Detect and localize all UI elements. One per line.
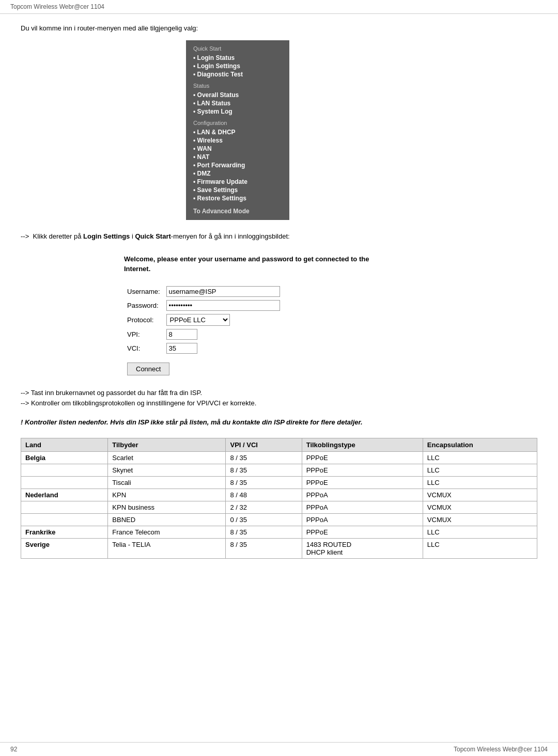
connect-button[interactable]: Connect — [127, 363, 169, 375]
vci-row: VCI: — [124, 341, 283, 355]
vpi-label: VPI: — [124, 327, 163, 341]
page-header: Topcom Wireless Webr@cer 1104 — [0, 0, 558, 14]
table-row: BBNED 0 / 35 PPPoA VCMUX — [21, 513, 537, 526]
cell-land — [21, 513, 108, 526]
cell-tilkoblingstype: PPPoE — [302, 526, 423, 538]
menu-item-nat[interactable]: NAT — [193, 153, 282, 161]
cell-land: Sverige — [21, 538, 108, 558]
cell-encapsulation: LLC — [423, 526, 537, 538]
footer-title: Topcom Wireless Webr@cer 1104 — [454, 746, 548, 753]
protocol-select[interactable]: PPPoE LLC PPPoA VC-MUX PPPoA LLC 1483 Br… — [166, 314, 230, 326]
cell-tilbyder: KPN — [108, 489, 226, 501]
cell-vpi-vci: 8 / 35 — [226, 526, 302, 538]
vci-label: VCI: — [124, 341, 163, 355]
cell-tilkoblingstype: 1483 ROUTEDDHCP klient — [302, 538, 423, 558]
bullet-item-1: Tast inn brukernavnet og passordet du ha… — [21, 388, 537, 399]
menu-item-overall-status[interactable]: Overall Status — [193, 91, 282, 99]
table-row: Frankrike France Telecom 8 / 35 PPPoE LL… — [21, 526, 537, 538]
isp-table-header-row: Land Tilbyder VPI / VCI Tilkoblingstype … — [21, 438, 537, 451]
cell-land: Belgia — [21, 451, 108, 464]
cell-tilbyder: BBNED — [108, 513, 226, 526]
cell-vpi-vci: 8 / 35 — [226, 451, 302, 464]
menu-item-diagnostic-test[interactable]: Diagnostic Test — [193, 70, 282, 78]
vci-input[interactable] — [166, 343, 197, 354]
page-footer: 92 Topcom Wireless Webr@cer 1104 — [0, 742, 558, 756]
menu-item-system-log[interactable]: System Log — [193, 107, 282, 116]
warning-text: ! Kontroller listen nedenfor. Hvis din I… — [21, 417, 537, 428]
cell-land — [21, 501, 108, 513]
cell-tilbyder: Scarlet — [108, 451, 226, 464]
menu-configuration-list: LAN & DHCP Wireless WAN NAT Port Forward… — [193, 128, 282, 202]
cell-encapsulation: VCMUX — [423, 513, 537, 526]
menu-quickstart-list: Login Status Login Settings Diagnostic T… — [193, 54, 282, 78]
cell-vpi-vci: 0 / 35 — [226, 513, 302, 526]
cell-encapsulation: LLC — [423, 476, 537, 489]
menu-item-lan-status[interactable]: LAN Status — [193, 99, 282, 107]
password-input[interactable] — [166, 300, 280, 311]
menu-item-save-settings[interactable]: Save Settings — [193, 186, 282, 194]
col-land: Land — [21, 438, 108, 451]
cell-land — [21, 464, 108, 476]
cell-land: Nederland — [21, 489, 108, 501]
menu-item-port-forwarding[interactable]: Port Forwarding — [193, 161, 282, 169]
cell-tilkoblingstype: PPPoE — [302, 476, 423, 489]
cell-vpi-vci: 8 / 35 — [226, 538, 302, 558]
cell-tilkoblingstype: PPPoA — [302, 501, 423, 513]
cell-tilkoblingstype: PPPoA — [302, 513, 423, 526]
cell-tilbyder: KPN business — [108, 501, 226, 513]
menu-item-wireless[interactable]: Wireless — [193, 136, 282, 145]
footer-page-number: 92 — [10, 746, 17, 753]
bold-quick-start: Quick Start — [135, 232, 171, 240]
cell-vpi-vci: 8 / 48 — [226, 489, 302, 501]
isp-table-body: Belgia Scarlet 8 / 35 PPPoE LLC Skynet 8… — [21, 451, 537, 558]
welcome-box: Welcome, please enter your username and … — [124, 254, 372, 375]
vpi-input[interactable] — [166, 329, 197, 340]
table-row: Tiscali 8 / 35 PPPoE LLC — [21, 476, 537, 489]
col-tilbyder: Tilbyder — [108, 438, 226, 451]
cell-tilbyder: Skynet — [108, 464, 226, 476]
cell-tilkoblingstype: PPPoE — [302, 451, 423, 464]
menu-section-quickstart: Quick Start — [193, 45, 282, 52]
cell-encapsulation: LLC — [423, 538, 537, 558]
cell-tilbyder: Tiscali — [108, 476, 226, 489]
table-row: Belgia Scarlet 8 / 35 PPPoE LLC — [21, 451, 537, 464]
menu-item-login-settings[interactable]: Login Settings — [193, 62, 282, 70]
password-row: Password: — [124, 298, 283, 312]
connect-button-container: Connect — [127, 363, 372, 375]
bullet-list: Tast inn brukernavnet og passordet du ha… — [21, 388, 537, 410]
login-form: Username: Password: Protocol: PPPoE LLC … — [124, 285, 283, 355]
page-content: Du vil komme inn i router-menyen med all… — [0, 14, 558, 579]
protocol-row: Protocol: PPPoE LLC PPPoA VC-MUX PPPoA L… — [124, 312, 283, 327]
menu-status-list: Overall Status LAN Status System Log — [193, 91, 282, 116]
cell-tilkoblingstype: PPPoA — [302, 489, 423, 501]
cell-vpi-vci: 2 / 32 — [226, 501, 302, 513]
protocol-label: Protocol: — [124, 312, 163, 327]
cell-tilbyder: Telia - TELIA — [108, 538, 226, 558]
menu-item-wan[interactable]: WAN — [193, 145, 282, 153]
username-label: Username: — [124, 285, 163, 298]
menu-section-configuration: Configuration — [193, 120, 282, 126]
cell-tilbyder: France Telecom — [108, 526, 226, 538]
menu-item-firmware-update[interactable]: Firmware Update — [193, 178, 282, 186]
cell-vpi-vci: 8 / 35 — [226, 464, 302, 476]
table-row: KPN business 2 / 32 PPPoA VCMUX — [21, 501, 537, 513]
menu-advanced-mode[interactable]: To Advanced Mode — [193, 208, 282, 215]
table-row: Nederland KPN 8 / 48 PPPoA VCMUX — [21, 489, 537, 501]
table-row: Sverige Telia - TELIA 8 / 35 1483 ROUTED… — [21, 538, 537, 558]
password-label: Password: — [124, 298, 163, 312]
welcome-title: Welcome, please enter your username and … — [124, 254, 372, 274]
menu-item-dmz[interactable]: DMZ — [193, 169, 282, 178]
isp-table: Land Tilbyder VPI / VCI Tilkoblingstype … — [21, 438, 537, 559]
vpi-row: VPI: — [124, 327, 283, 341]
menu-item-lan-dhcp[interactable]: LAN & DHCP — [193, 128, 282, 136]
username-input[interactable] — [166, 286, 280, 297]
menu-item-restore-settings[interactable]: Restore Settings — [193, 194, 282, 202]
menu-section-status: Status — [193, 83, 282, 89]
menu-item-login-status[interactable]: Login Status — [193, 54, 282, 62]
intro-text: Du vil komme inn i router-menyen med all… — [21, 24, 537, 32]
cell-encapsulation: VCMUX — [423, 501, 537, 513]
username-row: Username: — [124, 285, 283, 298]
cell-tilkoblingstype: PPPoE — [302, 464, 423, 476]
menu-box: Quick Start Login Status Login Settings … — [186, 40, 289, 220]
table-row: Skynet 8 / 35 PPPoE LLC — [21, 464, 537, 476]
